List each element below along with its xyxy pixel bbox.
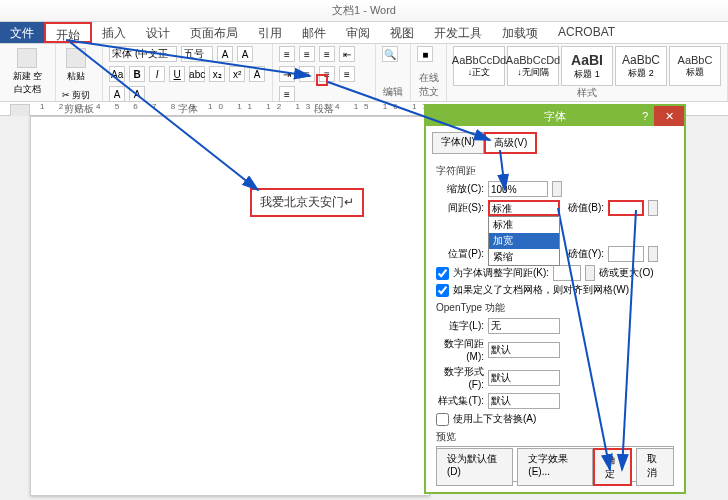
spacing-opt-condensed[interactable]: 紧缩 <box>489 249 559 265</box>
tab-references[interactable]: 引用 <box>248 22 292 43</box>
styset-label: 样式集(T): <box>436 394 484 408</box>
tab-layout[interactable]: 页面布局 <box>180 22 248 43</box>
highlight-button[interactable]: A <box>109 86 125 102</box>
bold-button[interactable]: B <box>129 66 145 82</box>
new-blank-button[interactable]: 新建 空白文档 <box>6 46 49 98</box>
tab-home[interactable]: 开始 <box>44 22 92 43</box>
spacing-combo[interactable]: 标准 标准 加宽 紧缩 <box>488 200 560 216</box>
tab-file[interactable]: 文件 <box>0 22 44 43</box>
font-color-button[interactable]: A <box>129 86 145 102</box>
numsp-label: 数字间距(M): <box>436 337 484 362</box>
group-online: 在线范文 <box>417 71 440 99</box>
kern-label: 为字体调整字间距(K): <box>453 266 549 280</box>
set-default-button[interactable]: 设为默认值(D) <box>436 448 513 486</box>
dialog-title-bar: 字体 ? ✕ <box>426 106 684 126</box>
pt-y-label: 磅值(Y): <box>564 247 604 261</box>
kern-checkbox[interactable] <box>436 267 449 280</box>
kern-unit-label: 磅或更大(O) <box>599 266 653 280</box>
tab-design[interactable]: 设计 <box>136 22 180 43</box>
online-templates-button[interactable]: ■ <box>417 46 433 62</box>
italic-button[interactable]: I <box>149 66 165 82</box>
scale-spin[interactable] <box>552 181 562 197</box>
style-normal[interactable]: AaBbCcDd↓正文 <box>453 46 505 86</box>
paste-icon <box>66 48 86 68</box>
strike-button[interactable]: abc <box>189 66 205 82</box>
page[interactable] <box>30 116 430 496</box>
style-gallery[interactable]: AaBbCcDd↓正文 AaBbCcDd↓无间隔 AaBI标题 1 AaBbC标… <box>453 46 721 86</box>
align-left-button[interactable]: ≡ <box>299 66 315 82</box>
group-styles: 样式 <box>453 86 721 100</box>
sample-text-highlight: 我爱北京天安门↵ <box>250 188 364 217</box>
title-bar: 文档1 - Word <box>0 0 728 22</box>
pt-y-spin[interactable] <box>648 246 658 262</box>
text-effects-button[interactable]: 文字效果(E)... <box>517 448 592 486</box>
font-name-select[interactable] <box>109 46 177 62</box>
inc-indent-button[interactable]: ⇥ <box>279 66 295 82</box>
tab-insert[interactable]: 插入 <box>92 22 136 43</box>
group-editing: 编辑 <box>382 85 405 99</box>
numform-label: 数字形式(F): <box>436 365 484 390</box>
kern-points-input[interactable] <box>553 265 581 281</box>
ribbon: 新建 空白文档 打开 常用 粘贴 ✂ 剪切 剪贴板 A A Aa B I U a… <box>0 44 728 102</box>
pt-b-input[interactable] <box>608 200 644 216</box>
tab-mailings[interactable]: 邮件 <box>292 22 336 43</box>
ligatures-input[interactable] <box>488 318 560 334</box>
dialog-help-button[interactable]: ? <box>636 106 654 126</box>
dialog-tab-font[interactable]: 字体(N) <box>432 132 484 154</box>
dec-indent-button[interactable]: ⇤ <box>339 46 355 62</box>
num-spacing-input[interactable] <box>488 342 560 358</box>
scale-label: 缩放(C): <box>436 182 484 196</box>
numbering-button[interactable]: ≡ <box>299 46 315 62</box>
underline-button[interactable]: U <box>169 66 185 82</box>
ok-button[interactable]: 确定 <box>593 448 633 486</box>
multilevel-button[interactable]: ≡ <box>319 46 335 62</box>
cancel-button[interactable]: 取消 <box>636 448 674 486</box>
sup-button[interactable]: x² <box>229 66 245 82</box>
paste-button[interactable]: 粘贴 <box>62 46 90 85</box>
font-size-select[interactable] <box>181 46 213 62</box>
align-right-button[interactable]: ≡ <box>339 66 355 82</box>
opentype-section: OpenType 功能 <box>436 301 674 315</box>
ctx-alt-checkbox[interactable] <box>436 413 449 426</box>
char-spacing-section: 字符间距 <box>436 164 674 178</box>
dialog-tab-advanced[interactable]: 高级(V) <box>484 132 537 154</box>
stylistic-set-input[interactable] <box>488 393 560 409</box>
pt-b-spin[interactable] <box>648 200 658 216</box>
preview-label: 预览 <box>436 430 674 444</box>
lig-label: 连字(L): <box>436 319 484 333</box>
ctx-alt-label: 使用上下文替换(A) <box>453 412 536 426</box>
style-title[interactable]: AaBbC标题 <box>669 46 721 86</box>
grid-label: 如果定义了文档网格，则对齐到网格(W) <box>453 283 629 297</box>
shrink-font-button[interactable]: A <box>237 46 253 62</box>
position-label: 位置(P): <box>436 247 484 261</box>
sub-button[interactable]: x₂ <box>209 66 225 82</box>
cut-button[interactable]: ✂ 剪切 <box>62 89 91 102</box>
style-nospacing[interactable]: AaBbCcDd↓无间隔 <box>507 46 559 86</box>
pt-y-input[interactable] <box>608 246 644 262</box>
tab-addins[interactable]: 加载项 <box>492 22 548 43</box>
app-title: 文档1 - Word <box>332 3 396 18</box>
style-h2[interactable]: AaBbC标题 2 <box>615 46 667 86</box>
tab-view[interactable]: 视图 <box>380 22 424 43</box>
kern-spin[interactable] <box>585 265 595 281</box>
pt-b-label: 磅值(B): <box>564 201 604 215</box>
style-h1[interactable]: AaBI标题 1 <box>561 46 613 86</box>
change-case-button[interactable]: Aa <box>109 66 125 82</box>
spacing-opt-expanded[interactable]: 加宽 <box>489 233 559 249</box>
ribbon-tabs: 文件 开始 插入 设计 页面布局 引用 邮件 审阅 视图 开发工具 加载项 AC… <box>0 22 728 44</box>
grid-checkbox[interactable] <box>436 284 449 297</box>
scale-input[interactable] <box>488 181 548 197</box>
tab-review[interactable]: 审阅 <box>336 22 380 43</box>
spacing-opt-normal[interactable]: 标准 <box>489 217 559 233</box>
tab-acrobat[interactable]: ACROBAT <box>548 22 625 43</box>
font-dialog: 字体 ? ✕ 字体(N) 高级(V) 字符间距 缩放(C): 间距(S): 标准… <box>424 104 686 494</box>
grow-font-button[interactable]: A <box>217 46 233 62</box>
num-form-input[interactable] <box>488 370 560 386</box>
text-effect-button[interactable]: A <box>249 66 265 82</box>
bullets-button[interactable]: ≡ <box>279 46 295 62</box>
align-just-button[interactable]: ≡ <box>279 86 295 102</box>
tab-developer[interactable]: 开发工具 <box>424 22 492 43</box>
find-button[interactable]: 🔍 <box>382 46 398 62</box>
dialog-close-button[interactable]: ✕ <box>654 106 684 126</box>
font-dialog-launcher[interactable] <box>316 74 328 86</box>
